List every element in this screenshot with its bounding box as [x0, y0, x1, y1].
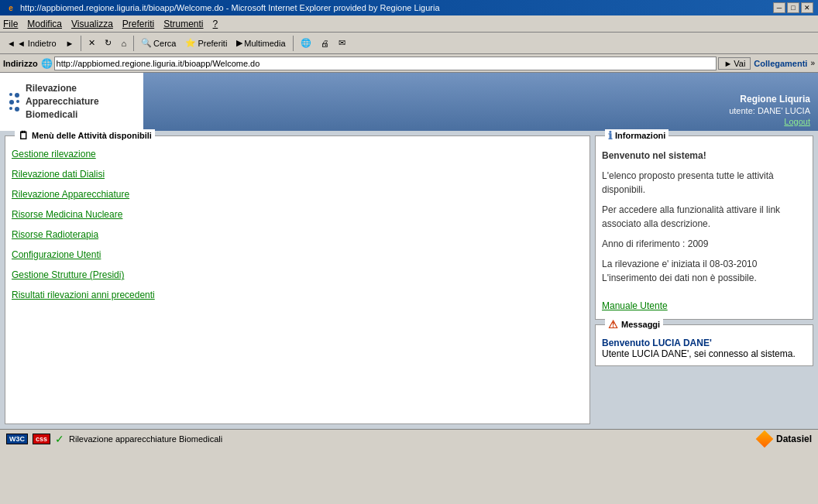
- search-button[interactable]: 🔍 Cerca: [137, 35, 180, 52]
- links-expand-icon: »: [810, 59, 815, 67]
- w3c-badge: W3C: [6, 434, 28, 444]
- datasiel-diamond-wrap: [756, 430, 773, 447]
- dot: [9, 100, 14, 105]
- favorites-button[interactable]: ⭐ Preferiti: [181, 35, 231, 52]
- stop-button[interactable]: ✕: [84, 35, 99, 52]
- links-label[interactable]: Collegamenti: [754, 59, 807, 68]
- separator-2: [133, 36, 134, 51]
- address-input-wrap: 🌐 ► Vai: [41, 57, 751, 70]
- toolbar: ◄ ◄ Indietro ► ✕ ↻ ⌂ 🔍 Cerca ⭐ Preferiti…: [0, 33, 818, 54]
- home-icon: ⌂: [121, 39, 126, 48]
- status-left: W3C css ✓ Rilevazione apparecchiature Bi…: [6, 433, 222, 445]
- css-badge: css: [33, 434, 50, 444]
- manual-link[interactable]: Manuale Utente: [602, 300, 668, 311]
- dot: [15, 107, 19, 111]
- datasiel-diamond-icon: [756, 430, 774, 447]
- window-controls[interactable]: ─ □ ✕: [773, 2, 813, 13]
- msg-content: Benvenuto LUCIA DANE' Utente LUCIA DANE'…: [602, 338, 806, 359]
- mail-icon: ✉: [339, 38, 345, 48]
- address-bar: Indirizzo 🌐 ► Vai Collegamenti »: [0, 54, 818, 73]
- region-name: Regione Liquria: [740, 94, 810, 105]
- welcome-title: Benvenuto nel sistema!: [602, 149, 806, 163]
- window-title: http://appbiomed.regione.liguria.it/bioa…: [20, 3, 440, 12]
- dot: [9, 93, 12, 96]
- info-box-title: ℹ Informazioni: [605, 129, 668, 142]
- menu-strumenti[interactable]: Strumenti: [163, 19, 203, 29]
- minimize-button[interactable]: ─: [773, 2, 785, 13]
- warning-icon: ⚠: [608, 318, 618, 331]
- url-icon: 🌐: [41, 58, 53, 69]
- info-para2: Per accedere alla funzionalità attivare …: [602, 203, 806, 231]
- info-icon: ℹ: [608, 129, 612, 142]
- forward-button[interactable]: ►: [62, 35, 78, 52]
- link-risorse-medicina-nucleare[interactable]: Risorse Medicina Nucleare: [12, 209, 583, 220]
- home-button[interactable]: ⌂: [117, 35, 130, 52]
- separator-1: [81, 36, 81, 51]
- info-data-fine: L'inserimento dei dati non è possibile.: [602, 273, 757, 283]
- menu-bar: File Modifica Visualizza Preferiti Strum…: [0, 15, 818, 33]
- info-box: ℹ Informazioni Benvenuto nel sistema! L'…: [595, 135, 813, 320]
- close-button[interactable]: ✕: [801, 2, 813, 13]
- right-panel: ℹ Informazioni Benvenuto nel sistema! L'…: [595, 135, 813, 424]
- msg-box: ⚠ Messaggi Benvenuto LUCIA DANE' Utente …: [595, 324, 813, 366]
- main-content: 🗒 Menù delle Attività disponibili Gestio…: [0, 131, 818, 429]
- favorites-icon: ⭐: [185, 38, 196, 48]
- info-content: Benvenuto nel sistema! L'elenco proposto…: [602, 149, 806, 313]
- link-risorse-radioterapia[interactable]: Risorse Radioterapia: [12, 229, 583, 240]
- panel-title: 🗒 Menù delle Attività disponibili: [15, 129, 155, 142]
- app-name-status: Rilevazione apparecchiature Biomedicali: [69, 434, 222, 444]
- app-logo: Rilevazione Apparecchiature Biomedicali: [0, 73, 143, 131]
- menu-visualizza[interactable]: Visualizza: [71, 19, 113, 29]
- logo-text: Rilevazione Apparecchiature Biomedicali: [26, 82, 99, 121]
- logo-dots: [9, 93, 19, 111]
- multimedia-button[interactable]: ▶ Multimedia: [232, 35, 289, 52]
- title-bar: e http://appbiomed.regione.liguria.it/bi…: [0, 0, 818, 15]
- maximize-button[interactable]: □: [787, 2, 799, 13]
- multimedia-icon: ▶: [236, 38, 242, 48]
- stop-icon: ✕: [88, 38, 95, 48]
- menu-preferiti[interactable]: Preferiti: [122, 19, 154, 29]
- valid-icon: ✓: [55, 433, 64, 445]
- menu-help[interactable]: ?: [213, 19, 218, 29]
- app-container: Rilevazione Apparecchiature Biomedicali …: [0, 73, 818, 429]
- menu-links: Gestione rilevazione Rilevazione dati Di…: [12, 149, 583, 300]
- globe-button[interactable]: 🌐: [297, 35, 315, 52]
- menu-file[interactable]: File: [3, 19, 18, 29]
- mail-button[interactable]: ✉: [335, 35, 349, 52]
- link-risultati-rilevazioni[interactable]: Risultati rilevazioni anni precedenti: [12, 290, 583, 300]
- dot: [15, 93, 19, 98]
- status-bar: W3C css ✓ Rilevazione apparecchiature Bi…: [0, 429, 818, 447]
- refresh-button[interactable]: ↻: [101, 35, 115, 52]
- link-configurazione-utenti[interactable]: Configurazione Utenti: [12, 249, 583, 260]
- refresh-icon: ↻: [105, 38, 112, 48]
- dot: [9, 107, 12, 110]
- address-label: Indirizzo: [3, 59, 38, 68]
- left-panel: 🗒 Menù delle Attività disponibili Gestio…: [5, 135, 590, 424]
- msg-text: Utente LUCIA DANE', sei connesso al sist…: [602, 348, 806, 359]
- ie-icon: e: [5, 2, 17, 14]
- title-bar-left: e http://appbiomed.regione.liguria.it/bi…: [5, 2, 440, 14]
- separator-3: [293, 36, 294, 51]
- msg-box-title: ⚠ Messaggi: [605, 318, 663, 331]
- address-input[interactable]: [54, 57, 717, 70]
- menu-icon: 🗒: [18, 129, 29, 142]
- link-gestione-rilevazione[interactable]: Gestione rilevazione: [12, 149, 583, 159]
- app-header: Rilevazione Apparecchiature Biomedicali …: [0, 73, 818, 131]
- link-rilevazione-dialisi[interactable]: Rilevazione dati Dialisi: [12, 169, 583, 180]
- print-button[interactable]: 🖨: [317, 35, 333, 52]
- datasiel-logo: Datasiel: [756, 430, 812, 447]
- back-button[interactable]: ◄ ◄ Indietro: [3, 35, 60, 52]
- menu-modifica[interactable]: Modifica: [27, 19, 62, 29]
- user-info: utente: DANE' LUCIA: [729, 106, 810, 115]
- info-data-inizio: La rilevazione e' iniziata il 08-03-2010: [602, 259, 757, 269]
- info-anno: Anno di riferimento : 2009: [602, 237, 806, 251]
- go-button[interactable]: ► Vai: [718, 57, 751, 70]
- logout-link[interactable]: Logout: [784, 117, 810, 126]
- print-icon: 🖨: [321, 39, 329, 48]
- search-icon: 🔍: [141, 38, 152, 48]
- msg-bold: Benvenuto LUCIA DANE': [602, 338, 806, 348]
- link-rilevazione-apparecchiature[interactable]: Rilevazione Apparecchiature: [12, 189, 583, 200]
- forward-icon: ►: [66, 39, 74, 48]
- dot: [16, 100, 19, 103]
- link-gestione-strutture[interactable]: Gestione Strutture (Presidi): [12, 269, 583, 280]
